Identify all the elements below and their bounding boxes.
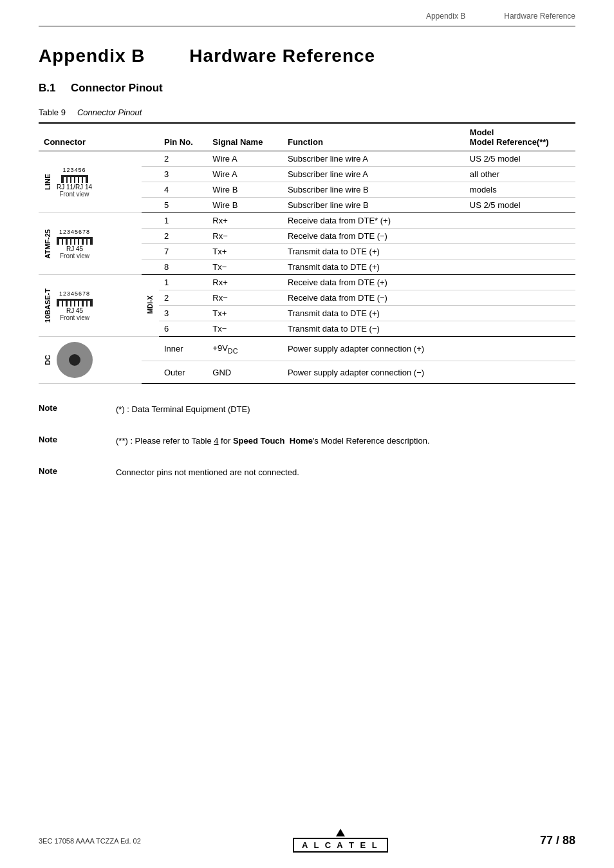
header-title: Hardware Reference [504, 12, 575, 21]
note-content-2: (**) : Please refer to Table 4 for Speed… [116, 435, 575, 448]
model-empty-dc1 [465, 337, 575, 361]
signal-rx-plus-1: Rx+ [207, 213, 283, 229]
atmf-pin-numbers: 12345678 [59, 229, 90, 235]
note-label-1: Note [39, 403, 116, 413]
note-row-1: Note (*) : Data Terminal Equipment (DTE) [39, 403, 575, 417]
mdix-cell: MDI-X [142, 275, 159, 337]
base10t-front-view: Front view [60, 314, 89, 321]
line-diagram: 123456 R [57, 167, 92, 198]
col-empty [142, 198, 159, 213]
model-models: models [465, 182, 575, 198]
model-empty-dc2 [465, 361, 575, 384]
line-rotated-label: LINE [44, 174, 51, 190]
pin-4: 4 [159, 182, 207, 198]
func-sub-wire-b-2: Subscriber line wire B [283, 198, 465, 213]
col-empty [142, 182, 159, 198]
signal-tx-plus-2: Tx+ [207, 306, 283, 321]
base10t-diagram: 12345678 [57, 290, 93, 321]
pin-3-base: 3 [159, 306, 207, 321]
note-row-3: Note Connector pins not mentioned are no… [39, 466, 575, 480]
line-connector-cell: LINE 123456 [39, 151, 142, 213]
footer-page: 77 / 88 [540, 834, 575, 847]
func-power-minus: Power supply adapter connection (−) [283, 361, 465, 384]
dc-rotated-label: DC [44, 355, 51, 365]
line-rj-label: RJ 11/RJ 14 [57, 184, 92, 191]
func-sub-wire-a-1: Subscriber line wire A [283, 151, 465, 167]
note-row-2: Note (**) : Please refer to Table 4 for … [39, 435, 575, 448]
signal-9vdc: +9VDC [207, 337, 283, 361]
notes-section: Note (*) : Data Terminal Equipment (DTE)… [39, 403, 575, 479]
header-appendix: Appendix B [426, 12, 465, 21]
atmf-diagram: 12345678 [57, 229, 93, 259]
pin-3: 3 [159, 167, 207, 182]
model-empty-2 [465, 229, 575, 244]
signal-tx-minus-1: Tx− [207, 259, 283, 275]
th-signal-name: Signal Name [207, 123, 283, 151]
section-heading: B.1 Connector Pinout [39, 82, 575, 95]
signal-tx-plus-1: Tx+ [207, 244, 283, 259]
model-empty-6 [465, 290, 575, 306]
pin-8-atmf: 8 [159, 259, 207, 275]
atmf-front-view: Front view [60, 252, 89, 259]
table-row: LINE 123456 [39, 151, 575, 167]
atmf-connector-cell: ATMF-25 12345678 [39, 213, 142, 275]
func-rx-minus-2: Receive data from DTE (−) [283, 290, 465, 306]
caption-label: Table 9 [39, 108, 66, 117]
model-empty-7 [465, 306, 575, 321]
page: Appendix B Hardware Reference Appendix B… [0, 0, 614, 868]
table-caption: Table 9 Connector Pinout [39, 108, 575, 117]
col-empty [142, 259, 159, 275]
appendix-label: Appendix B [39, 46, 145, 66]
atmf-rj-label: RJ 45 [66, 245, 83, 252]
base10t-rotated-label: 10BASE-T [44, 288, 51, 323]
main-title: Appendix B Hardware Reference [39, 46, 575, 66]
signal-wire-b-1: Wire B [207, 182, 283, 198]
pin-1-base: 1 [159, 275, 207, 290]
signal-wire-a-1: Wire A [207, 151, 283, 167]
pin-2-atmf: 2 [159, 229, 207, 244]
atmf-rotated-label: ATMF-25 [44, 229, 51, 259]
func-sub-wire-b-1: Subscriber line wire B [283, 182, 465, 198]
pin-6-base: 6 [159, 321, 207, 337]
th-function: Function [283, 123, 465, 151]
pin-1-atmf: 1 [159, 213, 207, 229]
col-empty [142, 151, 159, 167]
dc-diagram [57, 339, 93, 381]
dc-visual [57, 342, 93, 378]
func-rx-minus-1: Receive data from DTE (−) [283, 229, 465, 244]
signal-tx-minus-2: Tx− [207, 321, 283, 337]
section-title: Connector Pinout [71, 82, 163, 94]
title-text: Hardware Reference [189, 46, 375, 66]
dc-connector-cell: DC [39, 337, 142, 384]
pin-7-atmf: 7 [159, 244, 207, 259]
func-tx-minus-1: Transmit data to DTE (+) [283, 259, 465, 275]
base10t-connector-cell: 10BASE-T 12345678 [39, 275, 142, 337]
func-sub-wire-a-2: Subscriber line wire A [283, 167, 465, 182]
model-empty-1 [465, 213, 575, 229]
model-empty-3 [465, 244, 575, 259]
model-us25-1: US 2/5 model [465, 151, 575, 167]
base10t-rj-label: RJ 45 [66, 307, 83, 314]
func-tx-minus-2: Transmit data to DTE (−) [283, 321, 465, 337]
alcatel-triangle-icon [336, 829, 345, 836]
connector-table: Connector Pin No. Signal Name Function M… [39, 122, 575, 384]
pin-inner: Inner [159, 337, 207, 361]
signal-rx-minus-2: Rx− [207, 290, 283, 306]
pin-5: 5 [159, 198, 207, 213]
table-row: DC Inner +9VDC Power supply adapter conn… [39, 337, 575, 361]
model-empty-4 [465, 259, 575, 275]
th-model-ref: ModelModel Reference(**) [465, 123, 575, 151]
model-empty-8 [465, 321, 575, 337]
section-number: B.1 [39, 82, 55, 94]
th-pin-no: Pin No. [159, 123, 207, 151]
table-link[interactable]: 4 [214, 436, 218, 446]
signal-wire-a-2: Wire A [207, 167, 283, 182]
note-label-3: Note [39, 466, 116, 476]
caption-text: Connector Pinout [77, 108, 142, 117]
col-empty [142, 244, 159, 259]
col-empty-dc2 [142, 361, 159, 384]
col-empty [142, 213, 159, 229]
model-all-other: all other [465, 167, 575, 182]
col-empty [142, 167, 159, 182]
signal-rx-plus-2: Rx+ [207, 275, 283, 290]
